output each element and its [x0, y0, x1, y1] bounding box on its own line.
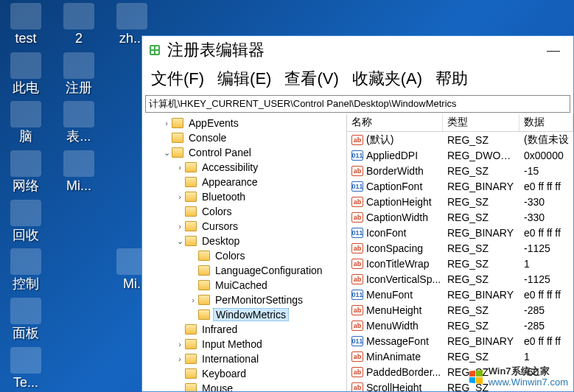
- folder-icon: [185, 206, 197, 217]
- tree-label: Desktop: [200, 235, 242, 247]
- tree-node[interactable]: ›Accessibility: [142, 160, 346, 175]
- tree-node[interactable]: ›AppEvents: [142, 116, 346, 130]
- list-item[interactable]: abMinAnimateREG_SZ1: [347, 349, 573, 364]
- folder-icon: [198, 251, 210, 261]
- value-type: REG_DWORD: [443, 150, 519, 161]
- icon-label: 脑: [4, 129, 48, 144]
- tree-node[interactable]: Colors: [142, 248, 346, 263]
- menu-edit[interactable]: 编辑(E): [213, 66, 276, 91]
- desktop-icon[interactable]: 网络: [4, 150, 47, 194]
- desktop-icon[interactable]: 回收: [4, 200, 47, 243]
- tree-label: Cursors: [200, 220, 240, 232]
- list-item[interactable]: ab(默认)REG_SZ(数值未设: [347, 132, 573, 147]
- desktop-icon[interactable]: 此电: [4, 52, 47, 96]
- tree-node[interactable]: LanguageConfiguration: [142, 263, 346, 278]
- desktop-icon[interactable]: Te...: [4, 347, 47, 391]
- col-type[interactable]: 类型: [443, 114, 519, 131]
- value-type: REG_BINARY: [443, 227, 519, 239]
- list-item[interactable]: abBorderWidthREG_SZ-15: [347, 163, 573, 178]
- file-icon: [63, 101, 94, 127]
- tree-node[interactable]: ›Cursors: [142, 219, 346, 234]
- desktop-icon[interactable]: 脑: [4, 101, 47, 144]
- tree-node[interactable]: Keyboard: [142, 366, 346, 381]
- list-item[interactable]: abMenuHeightREG_SZ-285: [347, 302, 573, 318]
- expand-icon[interactable]: ›: [175, 340, 185, 349]
- list-item[interactable]: abIconSpacingREG_SZ-1125: [347, 240, 573, 256]
- value-data: e0 ff ff ff: [519, 181, 573, 192]
- tree-node[interactable]: ›Bluetooth: [142, 189, 346, 204]
- value-data: -330: [519, 196, 573, 208]
- value-name: IconTitleWrap: [366, 258, 430, 270]
- file-icon: [10, 52, 41, 79]
- tree-node[interactable]: ›Input Method: [142, 337, 346, 351]
- desktop-icon[interactable]: 控制: [4, 248, 47, 292]
- expand-icon[interactable]: ›: [175, 354, 185, 363]
- desktop-icon[interactable]: [57, 248, 100, 292]
- expand-icon[interactable]: ›: [161, 119, 172, 127]
- col-name[interactable]: 名称: [347, 114, 443, 131]
- desktop-icon[interactable]: 2: [57, 3, 100, 46]
- tree-node[interactable]: ⌄Desktop: [142, 234, 346, 248]
- tree-node[interactable]: ⌄Control Panel: [142, 145, 346, 160]
- folder-icon: [198, 309, 210, 320]
- titlebar[interactable]: 注册表编辑器 —: [142, 36, 573, 64]
- expand-icon[interactable]: ›: [188, 295, 198, 304]
- desktop-icon[interactable]: test: [4, 3, 47, 46]
- list-item[interactable]: 011IconFontREG_BINARYe0 ff ff ff: [347, 225, 573, 240]
- value-data: e0 ff ff ff: [519, 227, 573, 239]
- expand-icon[interactable]: ⌄: [175, 237, 185, 246]
- list-header[interactable]: 名称 类型 数据: [347, 114, 573, 132]
- desktop-icon[interactable]: [57, 200, 100, 243]
- expand-icon[interactable]: ›: [175, 192, 185, 201]
- expand-icon[interactable]: ⌄: [161, 148, 172, 158]
- expand-icon[interactable]: ›: [175, 222, 185, 231]
- list-item[interactable]: abCaptionWidthREG_SZ-330: [347, 209, 573, 225]
- list-item[interactable]: abIconTitleWrapREG_SZ1: [347, 256, 573, 271]
- value-type: REG_SZ: [443, 165, 519, 177]
- menu-favorites[interactable]: 收藏夹(A): [348, 66, 427, 91]
- list-item[interactable]: 011AppliedDPIREG_DWORD0x00000: [347, 147, 573, 163]
- desktop-icon[interactable]: 表...: [57, 101, 100, 144]
- value-type: REG_SZ: [443, 258, 519, 270]
- tree-label: International: [200, 353, 261, 365]
- list-item[interactable]: 011CaptionFontREG_BINARYe0 ff ff ff: [347, 178, 573, 194]
- list-item[interactable]: abIconVerticalSp...REG_SZ-1125: [347, 271, 573, 287]
- folder-icon: [198, 265, 210, 276]
- file-icon: [10, 298, 41, 324]
- desktop-icon[interactable]: Mi...: [57, 150, 100, 194]
- minimize-button[interactable]: —: [539, 40, 567, 61]
- col-data[interactable]: 数据: [519, 114, 573, 131]
- list-item[interactable]: abMenuWidthREG_SZ-285: [347, 318, 573, 333]
- tree-label: Accessibility: [200, 161, 260, 173]
- tree-node[interactable]: MuiCached: [142, 278, 346, 293]
- desktop-icon[interactable]: [57, 298, 100, 341]
- tree-node[interactable]: Console: [142, 130, 346, 145]
- tree-node[interactable]: Colors: [142, 204, 346, 219]
- tree-label: LanguageConfiguration: [213, 265, 325, 276]
- desktop-icon[interactable]: 注册: [57, 52, 100, 96]
- folder-icon: [185, 383, 197, 391]
- svg-rect-4: [155, 51, 158, 54]
- tree-node[interactable]: Mouse: [142, 381, 346, 391]
- registry-tree[interactable]: ›AppEventsConsole⌄Control Panel›Accessib…: [142, 114, 347, 391]
- value-type: REG_SZ: [443, 273, 519, 285]
- list-item[interactable]: 011MessageFontREG_BINARYe0 ff ff ff: [347, 333, 573, 349]
- windows-logo-icon: [468, 369, 484, 385]
- tree-label: Mouse: [200, 382, 235, 391]
- tree-node[interactable]: WindowMetrics: [142, 307, 346, 322]
- tree-node[interactable]: ›International: [142, 351, 346, 366]
- tree-node[interactable]: Infrared: [142, 322, 346, 337]
- list-item[interactable]: 011MenuFontREG_BINARYe0 ff ff ff: [347, 287, 573, 302]
- tree-node[interactable]: ›PerMonitorSettings: [142, 293, 346, 307]
- menu-view[interactable]: 查看(V): [280, 66, 343, 91]
- list-item[interactable]: abCaptionHeightREG_SZ-330: [347, 194, 573, 209]
- desktop-icon[interactable]: [57, 347, 100, 391]
- tree-node[interactable]: Appearance: [142, 175, 346, 189]
- desktop-icon[interactable]: 面板: [4, 298, 47, 341]
- value-name: PaddedBorder...: [366, 366, 441, 378]
- menu-help[interactable]: 帮助: [431, 66, 472, 91]
- expand-icon[interactable]: ›: [175, 163, 185, 172]
- menu-file[interactable]: 文件(F): [147, 66, 209, 91]
- folder-icon: [185, 236, 197, 246]
- address-bar[interactable]: 计算机\HKEY_CURRENT_USER\Control Panel\Desk…: [145, 95, 570, 113]
